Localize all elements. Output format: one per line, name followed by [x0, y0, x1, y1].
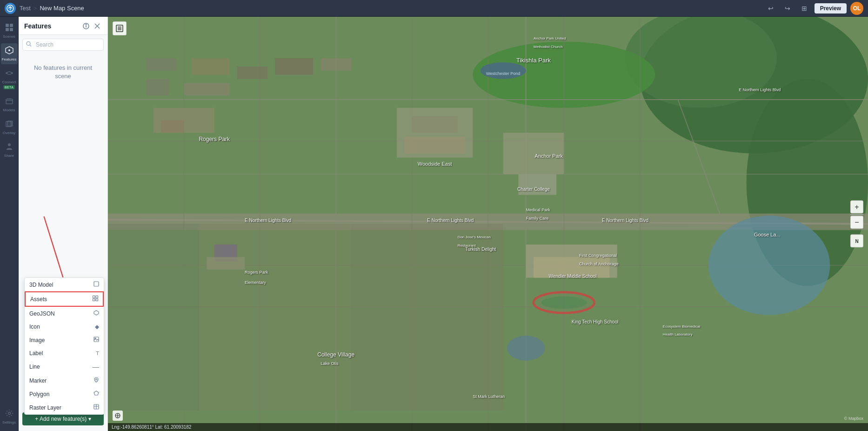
svg-rect-51	[146, 58, 176, 71]
svg-text:Rogers Park: Rogers Park	[199, 136, 230, 142]
feature-type-dropdown: 3D Model Assets	[24, 277, 104, 415]
svg-rect-76	[351, 224, 503, 411]
dropdown-item-label: GeoJSON	[29, 310, 55, 317]
svg-rect-61	[412, 116, 458, 133]
connect-icon	[5, 69, 13, 79]
sidebar-item-connect[interactable]: Connect BETA	[1, 66, 18, 92]
overlay-icon	[5, 120, 13, 130]
map-controls-top-left	[113, 21, 127, 35]
svg-rect-62	[404, 137, 465, 154]
preview-button[interactable]: Preview	[815, 3, 847, 13]
compass-button[interactable]: N	[850, 235, 863, 248]
svg-text:Rogers Park: Rogers Park	[245, 270, 268, 275]
redo-icon[interactable]: ↪	[781, 2, 794, 15]
dropdown-item-label: Icon	[29, 323, 40, 330]
svg-text:Church of Anchorage: Church of Anchorage	[579, 262, 619, 266]
svg-rect-22	[93, 299, 95, 301]
search-bar	[22, 39, 104, 51]
map-layer-toggle[interactable]	[113, 21, 127, 35]
layout-icon[interactable]: ⊞	[798, 2, 811, 15]
dropdown-item-image[interactable]: Image	[25, 333, 104, 347]
map-controls-right: + − N	[850, 201, 863, 248]
svg-rect-1	[6, 24, 9, 27]
settings-icon	[5, 409, 13, 419]
svg-text:Don Jose's Mexican: Don Jose's Mexican	[458, 235, 491, 239]
models-label: Models	[3, 108, 15, 112]
dropdown-item-geojson[interactable]: GeoJSON	[25, 307, 104, 320]
share-label: Share	[4, 154, 14, 158]
sidebar-item-settings[interactable]: Settings	[1, 406, 18, 427]
sidebar-item-models[interactable]: Models	[1, 94, 18, 115]
dropdown-item-label: Marker	[29, 377, 47, 384]
map-settings-icon[interactable]	[113, 411, 123, 421]
features-panel: Features	[19, 17, 108, 431]
dropdown-item-assets[interactable]: Assets	[25, 291, 104, 307]
svg-point-13	[8, 412, 10, 415]
svg-point-16	[27, 42, 30, 46]
svg-point-72	[507, 336, 545, 360]
dropdown-item-polygon[interactable]: Polygon	[25, 387, 104, 401]
svg-marker-24	[94, 310, 99, 315]
svg-text:E Northern Lights Blvd: E Northern Lights Blvd	[427, 218, 474, 223]
panel-header-icons	[81, 21, 102, 31]
svg-rect-9	[6, 99, 13, 104]
svg-text:King Tech High School: King Tech High School	[572, 319, 618, 324]
dropdown-item-icon[interactable]: Icon ◆	[25, 320, 104, 333]
svg-rect-20	[93, 296, 95, 298]
polygon-icon	[93, 391, 99, 397]
breadcrumb: Test > New Map Scene	[20, 5, 84, 12]
zoom-out-button[interactable]: −	[850, 216, 863, 229]
sidebar-item-features[interactable]: Features	[1, 43, 18, 64]
breadcrumb-project[interactable]: Test	[20, 5, 31, 12]
svg-point-68	[541, 296, 587, 309]
sidebar-item-scenes[interactable]: Scenes	[1, 20, 18, 41]
map-area[interactable]: Tikishla Park Rogers Park Woodside East …	[108, 17, 868, 431]
svg-text:E Northern Lights Blvd: E Northern Lights Blvd	[245, 218, 291, 223]
svg-rect-11	[7, 121, 13, 126]
image-icon	[93, 337, 99, 343]
coordinates-display: Lng:-149.86260811° Lat: 61.20093182	[112, 424, 191, 430]
svg-point-27	[96, 379, 97, 380]
svg-line-18	[44, 216, 65, 283]
svg-rect-57	[321, 58, 351, 71]
dropdown-item-label: Line	[29, 364, 40, 370]
svg-point-8	[11, 72, 13, 74]
app-logo[interactable]	[5, 3, 16, 14]
zoom-separator	[850, 215, 863, 215]
dropdown-item-line[interactable]: Line —	[25, 360, 104, 374]
svg-point-7	[6, 72, 7, 74]
3d-model-icon	[93, 281, 99, 288]
svg-text:Elementary: Elementary	[245, 280, 266, 285]
panel-info-icon[interactable]	[81, 21, 91, 31]
topbar: Test > New Map Scene ↩ ↪ ⊞ Preview OL	[0, 0, 868, 17]
settings-label: Settings	[2, 420, 16, 424]
user-avatar[interactable]: OL	[850, 2, 863, 15]
features-label: Features	[2, 57, 17, 61]
dropdown-item-raster-layer[interactable]: Raster Layer	[25, 401, 104, 414]
svg-rect-75	[199, 224, 351, 411]
dropdown-item-3d-model[interactable]: 3D Model	[25, 278, 104, 291]
search-input[interactable]	[22, 39, 104, 51]
svg-rect-55	[184, 83, 229, 95]
undo-icon[interactable]: ↩	[764, 2, 777, 15]
svg-point-12	[8, 143, 11, 146]
icon-icon: ◆	[95, 323, 99, 330]
svg-text:Tikishla Park: Tikishla Park	[516, 57, 551, 64]
svg-text:Anchor Park United: Anchor Park United	[534, 36, 566, 40]
scenes-label: Scenes	[3, 34, 15, 39]
dropdown-item-label[interactable]: Label T	[25, 347, 104, 360]
svg-rect-53	[237, 67, 267, 79]
label-type-icon: T	[96, 350, 99, 356]
sidebar-item-overlay[interactable]: Overlay	[1, 117, 18, 138]
panel-close-icon[interactable]	[93, 21, 102, 31]
svg-text:Goose La...: Goose La...	[754, 232, 781, 237]
svg-rect-19	[94, 282, 99, 286]
svg-marker-28	[94, 391, 99, 395]
svg-rect-23	[96, 299, 98, 301]
sidebar-item-share[interactable]: Share	[1, 140, 18, 161]
dropdown-item-marker[interactable]: Marker	[25, 374, 104, 387]
svg-text:E Northern Lights Blvd: E Northern Lights Blvd	[739, 88, 781, 92]
zoom-in-button[interactable]: +	[850, 201, 863, 214]
svg-text:Medical Park: Medical Park	[526, 208, 551, 212]
svg-point-73	[708, 216, 830, 315]
